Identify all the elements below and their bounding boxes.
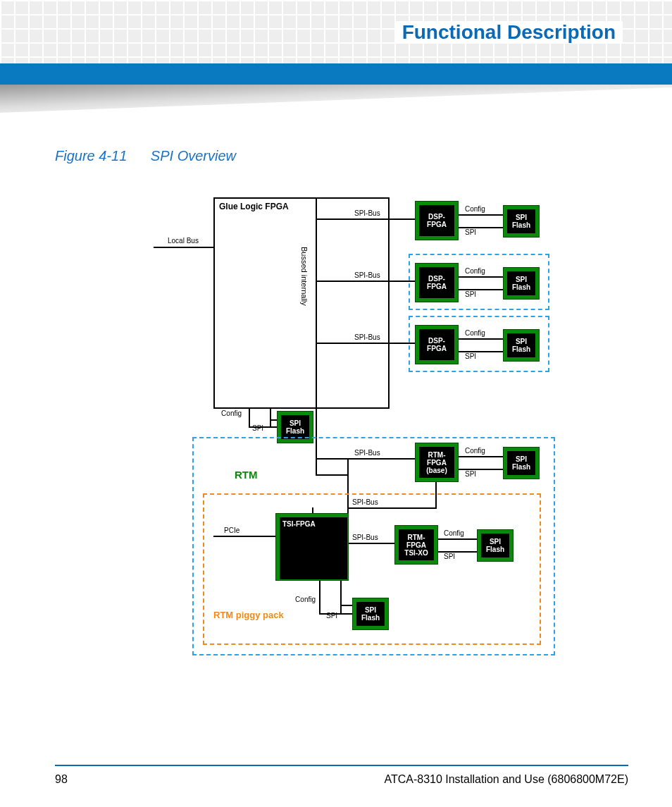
line-local-bus	[154, 247, 213, 248]
label-local-bus: Local Bus	[168, 237, 199, 245]
chip-spi-flash-1: SPI Flash	[503, 205, 540, 238]
line-tsi-config-v	[319, 581, 321, 613]
dash-blue-row3	[409, 316, 549, 372]
header-wedge	[0, 85, 672, 113]
label-rtm: RTM	[235, 469, 258, 481]
line-spi-bus-2	[316, 281, 418, 282]
line-glue-config-v1	[249, 409, 250, 426]
label-spi-bus-3: SPI-Bus	[354, 333, 380, 341]
chip-spi-flash-tsi: SPI Flash	[352, 598, 389, 630]
label-spi-glue: SPI	[252, 424, 263, 432]
header-blue-bar	[0, 63, 672, 85]
line-tsi-top-stub2	[347, 507, 349, 513]
page-title: Functional Description	[395, 21, 623, 44]
figure-caption: Figure 4-11 SPI Overview	[55, 148, 236, 164]
label-config-tsixo: Config	[444, 529, 464, 537]
footer-doc-title: ATCA-8310 Installation and Use (6806800M…	[384, 773, 628, 786]
label-bussed-internally: Bussed internally	[300, 247, 309, 306]
dash-blue-row2	[409, 254, 549, 310]
label-pcie: PCIe	[224, 526, 239, 534]
line-config-1	[459, 214, 503, 216]
line-spi-bus-1	[316, 218, 418, 220]
label-spi-bus-tsixo: SPI-Bus	[352, 534, 378, 541]
chip-rtm-fpga-tsixo: RTM- FPGA TSI-XO	[394, 525, 438, 565]
line-tsi-spi-v	[340, 581, 342, 613]
line-tsi-top-stub	[312, 507, 313, 513]
label-spi-1: SPI	[465, 228, 476, 236]
line-spi-bus-tsixo	[349, 543, 398, 544]
figure-number: Figure 4-11	[55, 148, 127, 164]
line-glue-spi-h	[270, 419, 277, 421]
figure-title: SPI Overview	[151, 148, 236, 164]
line-stub-top	[316, 199, 317, 211]
label-spi-bus-1: SPI-Bus	[354, 209, 380, 217]
line-spi-bus-3	[316, 343, 418, 344]
footer-rule	[55, 765, 628, 766]
line-config-tsixo	[438, 538, 477, 540]
chip-spi-flash-tsixo: SPI Flash	[477, 529, 514, 562]
label-spi-bus-2: SPI-Bus	[354, 271, 380, 279]
chip-dsp-fpga-1: DSP- FPGA	[415, 201, 459, 240]
page-number: 98	[55, 773, 68, 786]
line-tsi-config-h	[319, 613, 352, 615]
glue-logic-label: Glue Logic FPGA	[219, 202, 289, 211]
line-glue-spi-v1	[270, 409, 271, 426]
line-glue-config-h	[249, 426, 277, 428]
chip-tsi-fpga: TSI-FPGA	[275, 513, 349, 581]
line-tsi-spi-h	[340, 605, 352, 606]
label-config-1: Config	[465, 205, 485, 213]
line-pcie	[213, 536, 275, 537]
diagram-spi-overview: Glue Logic FPGA Local Bus Bussed interna…	[55, 176, 618, 670]
label-rtm-piggy: RTM piggy pack	[213, 610, 284, 620]
label-spi-tsixo: SPI	[444, 553, 455, 560]
